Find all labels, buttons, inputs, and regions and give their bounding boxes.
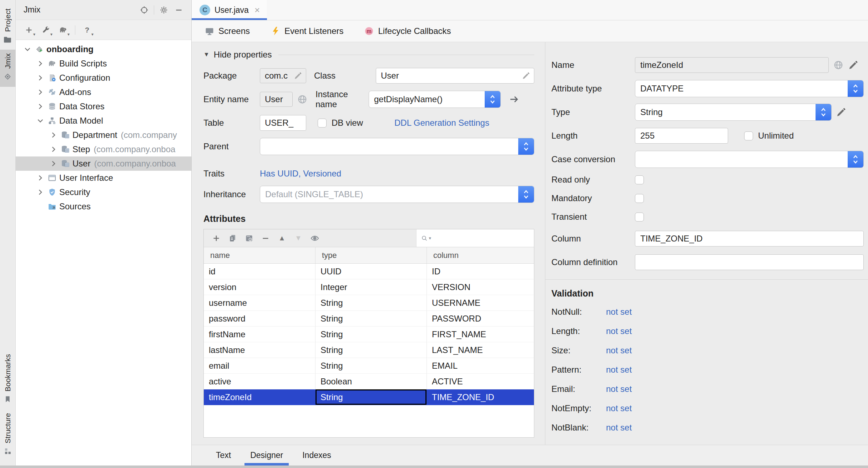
pencil-icon[interactable] xyxy=(836,107,847,118)
move-down-button[interactable]: ▼ xyxy=(290,231,307,246)
chevron-right-icon[interactable] xyxy=(36,102,45,111)
attribute-cell-type[interactable]: UUID xyxy=(316,264,427,279)
attribute-row-lastName[interactable]: lastNameStringLAST_NAME xyxy=(204,342,534,358)
chevron-down-icon[interactable] xyxy=(36,116,45,125)
traits-link[interactable]: Has UUID, Versioned xyxy=(260,169,341,179)
attribute-cell-column[interactable]: VERSION xyxy=(427,279,534,295)
attribute-cell-column[interactable]: ID xyxy=(427,264,534,279)
attribute-cell-type[interactable]: String xyxy=(316,342,427,358)
stepper-icon[interactable] xyxy=(518,138,534,155)
tool-window-button-project[interactable]: Project xyxy=(0,5,16,50)
column-definition-field[interactable] xyxy=(635,254,864,270)
chevron-right-icon[interactable] xyxy=(36,59,45,68)
attribute-cell-column[interactable]: EMAIL xyxy=(427,358,534,374)
tree-item-configuration[interactable]: Configuration xyxy=(16,71,191,85)
hide-panel-button[interactable] xyxy=(171,3,186,17)
hide-properties-toggle[interactable]: ▼ Hide properties xyxy=(203,49,534,60)
validation-not-set-link[interactable]: not set xyxy=(606,345,632,355)
tree-item-data-stores[interactable]: Data Stores xyxy=(16,99,191,114)
validation-not-set-link[interactable]: not set xyxy=(606,403,632,413)
bottom-tab-indexes[interactable]: Indexes xyxy=(299,445,335,465)
name-field[interactable]: timeZoneId xyxy=(635,57,829,73)
unlimited-checkbox[interactable] xyxy=(744,131,753,140)
stepper-icon[interactable] xyxy=(848,80,863,97)
class-field[interactable]: User xyxy=(376,68,534,84)
add-dto-field-button[interactable]: f xyxy=(241,231,257,246)
attribute-cell-column[interactable]: ACTIVE xyxy=(427,374,534,389)
locate-button[interactable] xyxy=(137,3,152,17)
chevron-right-icon[interactable] xyxy=(36,73,45,83)
attribute-row-id[interactable]: idUUIDID xyxy=(204,264,534,279)
ddl-generation-settings-link[interactable]: DDL Generation Settings xyxy=(394,118,489,128)
attribute-cell-name[interactable]: version xyxy=(204,279,316,295)
bottom-tab-designer[interactable]: Designer xyxy=(247,445,287,465)
chevron-down-icon[interactable] xyxy=(23,45,32,54)
attribute-cell-column[interactable]: TIME_ZONE_ID xyxy=(427,389,534,405)
validation-not-set-link[interactable]: not set xyxy=(606,423,632,433)
mandatory-checkbox[interactable] xyxy=(635,194,644,203)
tool-window-button-jmix[interactable]: Jmix xyxy=(0,50,16,86)
tree-item-step[interactable]: Step(com.company.onboa xyxy=(16,142,191,156)
tree-item-user-interface[interactable]: User Interface xyxy=(16,171,191,185)
parent-combobox[interactable] xyxy=(260,138,534,155)
attribute-cell-type[interactable]: String xyxy=(316,295,427,311)
globe-icon[interactable] xyxy=(297,94,308,105)
close-icon[interactable]: × xyxy=(254,5,260,15)
validation-not-set-link[interactable]: not set xyxy=(606,307,632,317)
column-header-column[interactable]: column xyxy=(427,247,534,263)
attribute-row-username[interactable]: usernameStringUSERNAME xyxy=(204,295,534,311)
tree-item-data-model[interactable]: Data Model xyxy=(16,114,191,128)
screens-button[interactable]: Screens xyxy=(205,26,250,36)
gradle-button[interactable]: ▾ xyxy=(56,23,71,37)
validation-not-set-link[interactable]: not set xyxy=(606,384,632,394)
package-field[interactable]: com.c xyxy=(260,68,306,83)
chevron-right-icon[interactable] xyxy=(36,188,45,197)
attribute-cell-column[interactable]: LAST_NAME xyxy=(427,342,534,358)
attribute-cell-type[interactable]: String xyxy=(316,358,427,374)
move-up-button[interactable]: ▲ xyxy=(274,231,290,246)
inheritance-combobox[interactable]: Default (SINGLE_TABLE) xyxy=(260,186,534,203)
attribute-cell-name[interactable]: firstName xyxy=(204,327,316,342)
attribute-cell-name[interactable]: username xyxy=(204,295,316,311)
remove-attribute-button[interactable] xyxy=(257,231,274,246)
attribute-cell-name[interactable]: id xyxy=(204,264,316,279)
tree-item-sources[interactable]: Sources xyxy=(16,199,191,214)
attribute-cell-name[interactable]: timeZoneId xyxy=(204,389,316,405)
wrench-button[interactable]: ▾ xyxy=(39,23,54,37)
add-button[interactable]: ▾ xyxy=(21,23,36,37)
chevron-right-icon[interactable] xyxy=(49,145,58,154)
editor-tab-user-java[interactable]: C User.java × xyxy=(192,0,267,20)
entity-name-field[interactable]: User xyxy=(260,92,293,107)
attribute-row-firstName[interactable]: firstNameStringFIRST_NAME xyxy=(204,327,534,342)
tool-window-button-structure[interactable]: Structure xyxy=(0,409,16,461)
db-view-checkbox[interactable] xyxy=(318,119,327,128)
instance-name-combobox[interactable]: getDisplayName() xyxy=(369,91,501,108)
stepper-icon[interactable] xyxy=(485,91,500,108)
attribute-row-email[interactable]: emailStringEMAIL xyxy=(204,358,534,374)
attribute-cell-type[interactable]: Boolean xyxy=(316,374,427,389)
chevron-right-icon[interactable] xyxy=(36,88,45,97)
tree-item-security[interactable]: Security xyxy=(16,185,191,199)
help-button[interactable]: ?▾ xyxy=(80,23,95,37)
duplicate-attribute-button[interactable] xyxy=(224,231,241,246)
toggle-visibility-button[interactable] xyxy=(307,231,323,246)
attribute-cell-column[interactable]: PASSWORD xyxy=(427,311,534,327)
attribute-cell-type[interactable]: String xyxy=(316,311,427,327)
tool-window-button-bookmarks[interactable]: Bookmarks xyxy=(0,350,16,409)
attribute-type-combobox[interactable]: DATATYPE xyxy=(635,80,864,97)
lifecycle-callbacks-button[interactable]: m Lifecycle Callbacks xyxy=(364,26,451,36)
attribute-cell-name[interactable]: lastName xyxy=(204,342,316,358)
arrow-right-icon[interactable] xyxy=(509,94,519,105)
settings-gear-icon[interactable] xyxy=(156,3,171,17)
tree-item-onboarding[interactable]: onboarding xyxy=(16,42,191,56)
validation-not-set-link[interactable]: not set xyxy=(606,365,632,375)
attribute-cell-name[interactable]: email xyxy=(204,358,316,374)
column-header-name[interactable]: name xyxy=(204,247,316,263)
tree-item-department[interactable]: Department(com.company xyxy=(16,128,191,142)
chevron-right-icon[interactable] xyxy=(49,130,58,140)
attribute-row-version[interactable]: versionIntegerVERSION xyxy=(204,279,534,295)
tree-item-build-scripts[interactable]: Build Scripts xyxy=(16,56,191,71)
table-field[interactable]: USER_ xyxy=(260,115,306,131)
stepper-icon[interactable] xyxy=(518,186,534,203)
attribute-cell-name[interactable]: active xyxy=(204,374,316,389)
